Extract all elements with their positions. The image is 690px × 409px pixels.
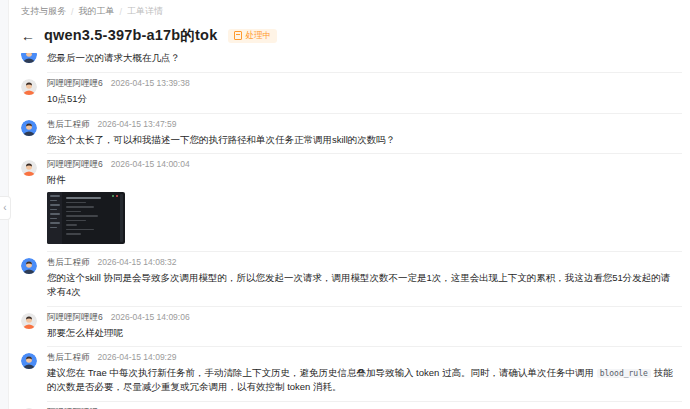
chat-message: 阿哩哩阿哩哩6 2026-04-15 14:10:21 我是先读取agent.m… <box>21 401 678 409</box>
message-text: 您的这个skill 协同是会导致多次调用模型的，所以您发起一次请求，调用模型次数… <box>47 271 678 299</box>
back-icon[interactable]: ← <box>21 28 35 44</box>
breadcrumb-my-tickets[interactable]: 我的工单 <box>79 5 115 18</box>
message-timestamp: 2026-04-15 14:00:04 <box>111 159 190 169</box>
message-author: 阿哩哩阿哩哩6 <box>47 159 103 171</box>
message-author: 售后工程师 <box>47 352 90 364</box>
message-meta: 售后工程师 2026-04-15 13:47:59 <box>47 119 678 130</box>
chat-message: 售后工程师 您最后一次的请求大概在几点？ <box>21 51 678 72</box>
message-timestamp: 2026-04-15 14:09:06 <box>111 312 190 322</box>
message-text: 您这个太长了，可以和我描述一下您的执行路径和单次任务正常调用skill的次数吗？ <box>47 133 678 147</box>
person-avatar-icon <box>21 160 37 176</box>
message-meta: 售后工程师 2026-04-15 14:09:29 <box>47 352 678 363</box>
title-row: ← qwen3.5-397b-a17b的tok 处理中 <box>21 26 678 45</box>
message-meta: 阿哩哩阿哩哩6 2026-04-15 14:00:04 <box>47 159 678 170</box>
page-title: qwen3.5-397b-a17b的tok <box>44 26 217 45</box>
ide-filetree-decoration <box>47 192 62 244</box>
message-author: 阿哩哩阿哩哩6 <box>47 312 103 324</box>
person-avatar-icon <box>21 53 37 63</box>
person-avatar-icon <box>21 258 37 274</box>
message-text: 您最后一次的请求大概在几点？ <box>47 51 678 65</box>
message-body: 阿哩哩阿哩哩6 2026-04-15 13:39:38 10点51分 <box>47 78 678 106</box>
breadcrumb-separator: / <box>120 7 123 17</box>
message-author: 售后工程师 <box>47 257 90 269</box>
status-badge: 处理中 <box>228 29 277 43</box>
breadcrumb-ticket-detail: 工单详情 <box>127 5 163 18</box>
chat-message: 售后工程师 2026-04-15 14:09:29 建议您在 Trae 中每次执… <box>21 346 678 401</box>
message-text: 附件 <box>47 173 678 187</box>
breadcrumb-separator: / <box>71 7 74 17</box>
message-timestamp: 2026-04-15 14:08:32 <box>98 257 177 267</box>
message-timestamp: 2026-04-15 14:09:29 <box>98 352 177 362</box>
message-meta: 阿哩哩阿哩哩6 2026-04-15 14:09:06 <box>47 312 678 323</box>
message-body: 售后工程师 2026-04-15 14:08:32 您的这个skill 协同是会… <box>47 257 678 299</box>
avatar <box>21 120 37 136</box>
message-text: 10点51分 <box>47 92 678 106</box>
avatar <box>21 258 37 274</box>
inline-code: blood_rule <box>597 369 651 378</box>
avatar <box>21 160 37 176</box>
chat-thread: 售后工程师 您最后一次的请求大概在几点？ 阿哩哩阿哩哩6 2026-04-15 … <box>21 51 678 409</box>
person-avatar-icon <box>21 313 37 329</box>
message-author: 售后工程师 <box>47 119 90 131</box>
person-avatar-icon <box>21 120 37 136</box>
message-timestamp: 2026-04-15 13:47:59 <box>98 119 177 129</box>
breadcrumb-support[interactable]: 支持与服务 <box>21 5 66 18</box>
ticket-detail-page: 支持与服务 / 我的工单 / 工单详情 ← qwen3.5-397b-a17b的… <box>9 0 690 409</box>
chat-message: 阿哩哩阿哩哩6 2026-04-15 14:00:04 附件 <box>21 153 678 251</box>
breadcrumb: 支持与服务 / 我的工单 / 工单详情 <box>21 0 678 18</box>
status-badge-label: 处理中 <box>245 31 271 40</box>
avatar <box>21 313 37 329</box>
message-body: 阿哩哩阿哩哩6 2026-04-15 14:09:06 那要怎么样处理呢 <box>47 312 678 340</box>
message-timestamp: 2026-04-15 13:39:38 <box>111 78 190 88</box>
person-avatar-icon <box>21 79 37 95</box>
message-text: 那要怎么样处理呢 <box>47 326 678 340</box>
message-body: 售后工程师 您最后一次的请求大概在几点？ <box>47 51 678 65</box>
ide-code-lines-decoration <box>66 197 117 238</box>
avatar <box>21 353 37 369</box>
message-meta: 阿哩哩阿哩哩6 2026-04-15 13:39:38 <box>47 78 678 89</box>
ide-minimap-decoration <box>120 194 123 242</box>
chat-message: 阿哩哩阿哩哩6 2026-04-15 13:39:38 10点51分 <box>21 72 678 113</box>
chat-message: 售后工程师 2026-04-15 13:47:59 您这个太长了，可以和我描述一… <box>21 113 678 154</box>
person-avatar-icon <box>21 353 37 369</box>
message-author: 阿哩哩阿哩哩6 <box>47 78 103 90</box>
document-icon <box>234 31 242 40</box>
avatar <box>21 53 37 63</box>
chat-message: 阿哩哩阿哩哩6 2026-04-15 14:09:06 那要怎么样处理呢 <box>21 306 678 347</box>
message-text: 建议您在 Trae 中每次执行新任务前，手动清除上下文历史，避免历史信息叠加导致… <box>47 366 678 394</box>
sidebar-collapse-handle[interactable]: ‹ <box>0 196 11 220</box>
message-meta: 售后工程师 2026-04-15 14:08:32 <box>47 257 678 268</box>
message-body: 阿哩哩阿哩哩6 2026-04-15 14:00:04 附件 <box>47 159 678 244</box>
chevron-left-icon: ‹ <box>3 203 6 213</box>
chat-message: 售后工程师 2026-04-15 14:08:32 您的这个skill 协同是会… <box>21 251 678 306</box>
attachment-thumbnail[interactable] <box>47 192 125 244</box>
avatar <box>21 79 37 95</box>
ide-red-dot <box>116 195 118 197</box>
message-body: 售后工程师 2026-04-15 13:47:59 您这个太长了，可以和我描述一… <box>47 119 678 147</box>
message-body: 售后工程师 2026-04-15 14:09:29 建议您在 Trae 中每次执… <box>47 352 678 394</box>
